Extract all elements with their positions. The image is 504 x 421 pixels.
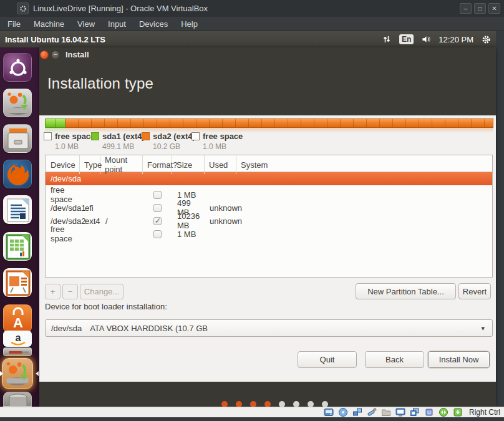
boot-device-dropdown[interactable]: /dev/sda ATA VBOX HARDDISK (10.7 GB ▾ [45,319,493,337]
free-space-swatch [191,132,200,140]
back-button[interactable]: Back [365,351,424,368]
table-row-dev-sda1[interactable]: /dev/sda1 efi 499 MB unknown [46,198,492,211]
free-space-swatch [44,132,52,140]
optical-drives-icon[interactable] [338,407,348,417]
boot-loader-label: Device for boot loader installation: [45,302,167,311]
partition-segment-sda2 [65,119,493,128]
revert-button[interactable]: Revert [458,283,491,299]
tool-icon [4,348,32,356]
mouse-integration-icon[interactable] [439,407,448,417]
trash-icon [4,392,32,407]
vbox-titlebar: LinuxLiveDrive [Running] - Oracle VM Vir… [0,0,504,17]
step-dot [293,401,299,407]
install-window-chrome: − Install Installation type [39,47,496,115]
firefox-icon [4,160,32,188]
col-used: Used [205,155,236,174]
launcher-item-libreoffice-impress[interactable] [3,268,32,297]
network-sync-icon[interactable] [382,34,392,44]
close-button[interactable]: ✕ [488,3,500,14]
format-checkbox[interactable] [153,230,162,238]
clock[interactable]: 12:20 PM [439,35,473,44]
usb-devices-icon[interactable] [367,407,377,417]
menu-devices[interactable]: Devices [139,19,168,29]
launcher-item-libreoffice-calc[interactable] [3,232,32,261]
svg-text:A: A [13,315,23,331]
change-partition-button[interactable]: Change... [80,284,124,299]
amazon-icon: a [4,331,32,347]
maximize-button[interactable]: □ [474,3,486,14]
menu-view[interactable]: View [77,19,95,29]
window-minimize-button[interactable]: − [51,51,60,59]
shared-folders-icon[interactable] [381,407,391,417]
virtual-screens-icon[interactable] [410,407,420,417]
display-icon[interactable] [395,407,405,417]
partition-table: Device Type Mount point Format? Size Use… [45,155,493,278]
format-checkbox[interactable] [153,217,162,225]
unity-launcher: A a [0,47,39,407]
ubuntu-logo-icon [4,54,32,82]
panel-app-title: Install Ubuntu 16.04.2 LTS [0,35,105,44]
launcher-item-ubiquity-installer[interactable] [3,89,32,117]
partition-bar [45,119,493,128]
table-row-free-space-2[interactable]: free space 1 MB [46,225,492,238]
network-adapters-icon[interactable] [352,407,362,417]
launcher-item-ubiquity-installer-active[interactable] [2,358,33,389]
launcher-item-system-tool[interactable] [3,347,32,356]
col-format: Format? [143,155,172,174]
menu-machine[interactable]: Machine [34,19,64,29]
col-mount-point: Mount point [100,155,143,174]
launcher-item-ubuntu-software[interactable]: A [3,304,32,333]
vbox-app-icon [17,2,29,14]
remove-partition-button[interactable]: − [62,284,78,299]
step-dot [279,401,285,407]
session-gear-icon[interactable] [481,34,491,44]
menu-help[interactable]: Help [181,19,198,29]
vbox-window-title: LinuxLiveDrive [Running] - Oracle VM Vir… [33,4,208,13]
step-dot [264,401,271,407]
step-dot [322,401,328,407]
install-disk-icon [4,89,32,117]
launcher-item-trash[interactable] [3,392,32,407]
software-bag-icon: A [4,305,32,333]
format-checkbox[interactable] [153,204,162,212]
host-key-label: Right Ctrl [469,408,500,417]
keyboard-layout-indicator[interactable]: En [399,34,414,44]
add-partition-button[interactable]: + [45,284,61,299]
svg-text:a: a [16,332,21,343]
install-disk-icon [2,359,32,389]
table-row-dev-sda[interactable]: /dev/sda [46,172,492,185]
ubuntu-top-panel: Install Ubuntu 16.04.2 LTS En 12:20 PM [0,31,496,47]
partition-segment-sda1 [45,119,65,128]
step-dot [308,401,314,407]
table-row-dev-sda2[interactable]: /dev/sda2 ext4 / 10236 MB unknown [46,211,492,225]
vbox-window-controls: – □ ✕ [460,3,500,14]
step-dot [221,401,228,407]
features-chip-icon[interactable]: U [424,407,434,417]
launcher-item-libreoffice-writer[interactable] [3,195,32,224]
keyboard-capture-icon[interactable] [453,407,463,417]
window-close-button[interactable] [40,51,49,59]
legend-free-space-2: free space 1.0 MB [191,132,243,151]
table-row-free-space-1[interactable]: free space 1 MB [46,185,492,198]
menu-file[interactable]: File [7,19,21,29]
boot-device-description: ATA VBOX HARDDISK (10.7 GB [90,324,208,333]
menu-input[interactable]: Input [108,19,126,29]
legend-free-space-1: free space 1.0 MB [44,132,95,151]
volume-icon[interactable] [421,34,431,44]
install-window-footer [39,382,496,407]
launcher-item-amazon[interactable]: a [3,331,32,347]
vbox-menubar: File Machine View Input Devices Help [0,17,504,31]
install-content: free space 1.0 MB sda1 (ext4) 499.1 MB s… [39,115,496,382]
sda2-swatch [142,132,150,140]
new-partition-table-button[interactable]: New Partition Table... [356,283,456,299]
launcher-item-file-cabinet[interactable] [3,124,32,153]
sda1-swatch [91,132,99,140]
minimize-button[interactable]: – [460,3,472,14]
launcher-item-firefox[interactable] [3,160,32,188]
install-now-button[interactable]: Install Now [428,351,490,368]
quit-button[interactable]: Quit [298,351,357,368]
chevron-down-icon: ▾ [481,324,485,332]
launcher-item-ubuntu-dash[interactable] [3,53,32,82]
hard-disks-icon[interactable] [324,407,334,417]
format-checkbox[interactable] [153,191,162,199]
